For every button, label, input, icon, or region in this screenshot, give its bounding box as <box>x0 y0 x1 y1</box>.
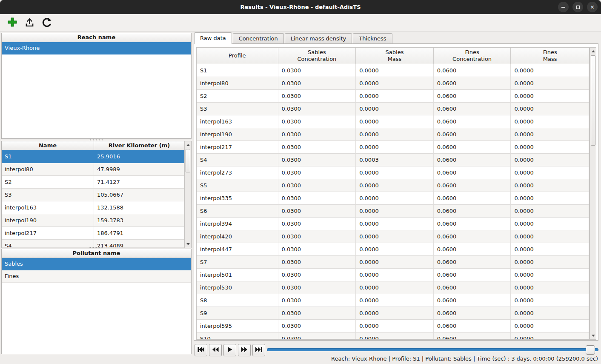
data-table-header: ProfileSables ConcentrationSables MassFi… <box>197 48 589 64</box>
scroll-down-arrow[interactable] <box>186 243 190 245</box>
skip-end-icon <box>255 347 262 353</box>
cell: 0.0000 <box>511 230 589 243</box>
cell: 0.0000 <box>511 205 589 218</box>
cell: interpol447 <box>197 243 278 256</box>
time-slider[interactable] <box>267 345 598 355</box>
refresh-button[interactable] <box>40 16 53 30</box>
table-row[interactable]: interpol4200.03000.00000.06000.0000 <box>197 230 589 243</box>
table-row[interactable]: S10.03000.00000.06000.0000 <box>197 64 589 77</box>
cell: S1 <box>2 150 94 163</box>
table-row[interactable]: interpol190159.3783 <box>2 214 191 227</box>
cell: S8 <box>197 294 278 307</box>
cell: 0.0300 <box>278 90 356 103</box>
tab-concentration[interactable]: Concentration <box>233 33 284 43</box>
table-row[interactable]: S70.03000.00000.06000.0000 <box>197 256 589 269</box>
column-header-fines-mass[interactable]: Fines Mass <box>511 48 589 64</box>
cell: 0.0000 <box>511 64 589 77</box>
table-row[interactable]: S3105.0667 <box>2 189 191 201</box>
table-row[interactable]: S80.03000.00000.06000.0000 <box>197 294 589 307</box>
cell: 213.4089 <box>94 240 184 248</box>
maximize-button[interactable] <box>572 2 583 12</box>
table-row[interactable]: interpol1900.03000.00000.06000.0000 <box>197 128 589 141</box>
cell: 0.0300 <box>278 294 356 307</box>
cell: 0.0000 <box>356 128 434 141</box>
column-header-name[interactable]: Name <box>2 141 94 150</box>
table-row[interactable]: S90.03000.00000.06000.0000 <box>197 307 589 320</box>
cell: S1 <box>197 64 278 77</box>
cell: 0.0600 <box>434 320 511 332</box>
cell: 0.0000 <box>356 166 434 179</box>
cell: interpol273 <box>197 166 278 179</box>
cell: S3 <box>2 189 94 201</box>
tab-raw-data[interactable]: Raw data <box>194 32 232 44</box>
minimize-button[interactable] <box>558 2 569 12</box>
cell: 25.9016 <box>94 150 184 163</box>
cell: 0.0000 <box>356 256 434 269</box>
table-row[interactable]: interpol1630.03000.00000.06000.0000 <box>197 115 589 128</box>
column-header-river-kilometer-m-[interactable]: River Kilometer (m) <box>94 141 184 150</box>
cell: 0.0000 <box>356 179 434 192</box>
table-row[interactable]: interpol8047.9989 <box>2 163 191 176</box>
time-slider-handle[interactable] <box>586 345 595 355</box>
table-row[interactable]: interpol5010.03000.00000.06000.0000 <box>197 269 589 281</box>
scroll-thumb[interactable] <box>591 55 595 146</box>
cell: 132.1588 <box>94 201 184 214</box>
cell: 0.0300 <box>278 218 356 230</box>
column-header-fines-concentration[interactable]: Fines Concentration <box>434 48 511 64</box>
cell: S9 <box>197 307 278 320</box>
cell: S2 <box>197 90 278 103</box>
list-item-fines[interactable]: Fines <box>2 270 191 283</box>
cell: interpol190 <box>2 214 94 227</box>
cell: S7 <box>197 256 278 269</box>
close-button[interactable]: ✕ <box>587 2 598 12</box>
column-header-sables-concentration[interactable]: Sables Concentration <box>278 48 356 64</box>
data-table: ProfileSables ConcentrationSables MassFi… <box>196 47 590 340</box>
table-row[interactable]: interpol4470.03000.00000.06000.0000 <box>197 243 589 256</box>
export-icon <box>24 17 35 29</box>
cell: 0.0600 <box>434 230 511 243</box>
table-row[interactable]: S40.03000.00030.06000.0000 <box>197 154 589 166</box>
table-row[interactable]: S30.03000.00000.06000.0000 <box>197 103 589 115</box>
pollutant-list: SablesFines <box>2 258 191 283</box>
scroll-thumb[interactable] <box>186 149 190 172</box>
cell: 0.0000 <box>356 320 434 332</box>
cell: 0.0000 <box>356 205 434 218</box>
table-row[interactable]: S50.03000.00000.06000.0000 <box>197 179 589 192</box>
table-row[interactable]: interpol2730.03000.00000.06000.0000 <box>197 166 589 179</box>
tab-thickness[interactable]: Thickness <box>353 33 392 43</box>
cell: 0.0600 <box>434 154 511 166</box>
table-row[interactable]: interpol3350.03000.00000.06000.0000 <box>197 192 589 205</box>
table-row[interactable]: interpol217186.4791 <box>2 227 191 240</box>
table-row[interactable]: interpol5300.03000.00000.06000.0000 <box>197 281 589 294</box>
cell: interpol80 <box>197 77 278 90</box>
scroll-down-arrow[interactable] <box>592 335 595 337</box>
data-scrollbar[interactable] <box>590 47 596 340</box>
tab-linear-mass-density[interactable]: Linear mass density <box>285 33 352 43</box>
list-item-sables[interactable]: Sables <box>2 258 191 270</box>
export-button[interactable] <box>23 16 36 30</box>
profiles-scrollbar[interactable] <box>184 141 191 248</box>
cell: 0.0000 <box>511 294 589 307</box>
add-button[interactable] <box>6 16 19 30</box>
table-row[interactable]: interpol163132.1588 <box>2 201 191 214</box>
cell: 0.0000 <box>356 192 434 205</box>
list-item-vieux-rhone[interactable]: Vieux-Rhone <box>2 42 191 54</box>
table-row[interactable]: interpol5950.03000.00000.06000.0000 <box>197 320 589 332</box>
table-row[interactable]: S271.4127 <box>2 176 191 189</box>
data-table-body: S10.03000.00000.06000.0000interpol800.03… <box>197 64 589 339</box>
status-text: Reach: Vieux-Rhone | Profile: S1 | Pollu… <box>331 355 598 362</box>
scroll-up-arrow[interactable] <box>186 144 190 146</box>
cell: 0.0000 <box>356 218 434 230</box>
scroll-up-arrow[interactable] <box>592 50 595 52</box>
time-slider-track[interactable] <box>267 348 598 351</box>
table-row[interactable]: interpol3940.03000.00000.06000.0000 <box>197 218 589 230</box>
table-row[interactable]: interpol2170.03000.00000.06000.0000 <box>197 141 589 154</box>
table-row[interactable]: S60.03000.00000.06000.0000 <box>197 205 589 218</box>
table-row[interactable]: S20.03000.00000.06000.0000 <box>197 90 589 103</box>
column-header-sables-mass[interactable]: Sables Mass <box>356 48 434 64</box>
column-header-profile[interactable]: Profile <box>197 48 278 64</box>
table-row[interactable]: S100.03000.00000.06000.0000 <box>197 332 589 339</box>
table-row[interactable]: S125.9016 <box>2 150 191 163</box>
table-row[interactable]: interpol800.03000.00000.06000.0000 <box>197 77 589 90</box>
cell: 0.0000 <box>511 269 589 281</box>
